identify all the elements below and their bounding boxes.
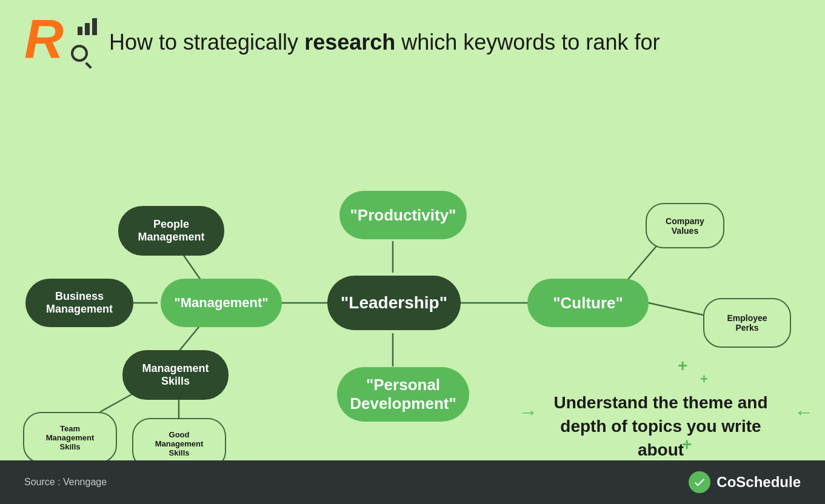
- logo-bar-chart: [78, 18, 97, 35]
- logo-search-circle: [71, 45, 88, 62]
- coschedule-logo-icon: [689, 471, 710, 493]
- management-skills-node: Management Skills: [122, 350, 229, 400]
- left-arrow-icon: ←: [794, 401, 813, 423]
- culture-node: "Culture": [527, 279, 649, 327]
- company-values-node: Company Values: [646, 203, 724, 248]
- page-title: How to strategically research which keyw…: [109, 30, 660, 55]
- svg-line-10: [649, 303, 703, 315]
- productivity-node: "Productivity": [339, 191, 467, 239]
- management-node: "Management": [161, 279, 282, 327]
- employee-perks-node: Employee Perks: [703, 298, 791, 348]
- right-arrow-icon: →: [518, 401, 538, 423]
- business-management-node: Business Management: [25, 279, 133, 327]
- footer-source: Source : Venngage: [24, 477, 107, 488]
- plus-icon-1: +: [678, 357, 687, 374]
- understand-text: Understand the theme and depth of topics…: [546, 391, 776, 462]
- people-management-node: People Management: [118, 206, 224, 256]
- team-management-skills-node: Team Management Skills: [23, 412, 117, 463]
- checkmark-icon: [693, 476, 706, 489]
- plus-icon-2: +: [700, 373, 708, 386]
- leadership-node: "Leadership": [327, 276, 461, 330]
- logo: R: [24, 12, 97, 73]
- diagram: "Leadership" "Management" "Culture" "Pro…: [0, 91, 825, 454]
- footer: Source : Venngage CoSchedule: [0, 460, 825, 504]
- footer-logo-text: CoSchedule: [716, 474, 801, 491]
- header: R How to strategically research which ke…: [0, 0, 825, 85]
- personal-development-node: "Personal Development": [337, 367, 469, 422]
- footer-logo: CoSchedule: [689, 471, 801, 493]
